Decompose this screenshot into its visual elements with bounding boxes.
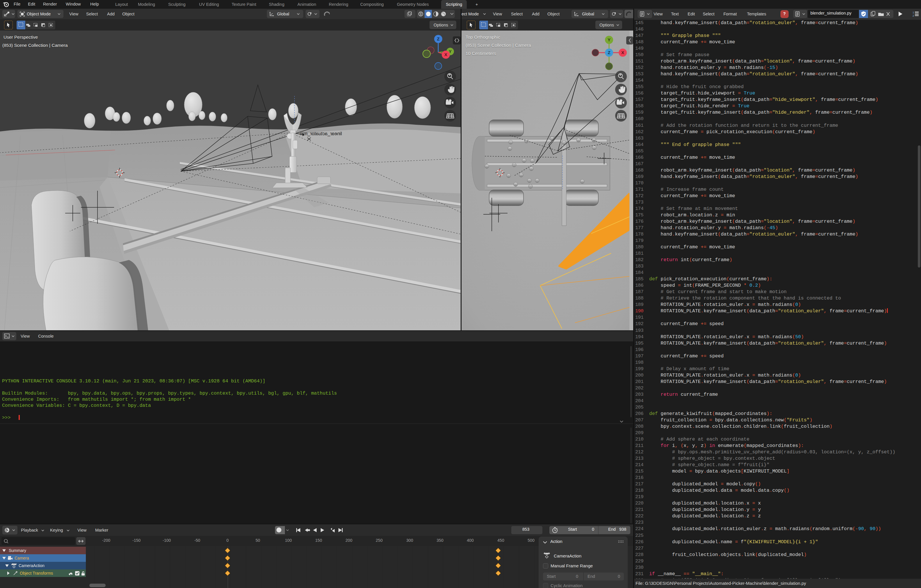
svg-text:X: X — [444, 52, 447, 57]
svg-text:X: X — [621, 50, 624, 55]
svg-text:Y: Y — [608, 37, 610, 42]
svg-text:linear_actuator_min: linear_actuator_min — [300, 131, 342, 136]
svg-text:1: 1 — [913, 11, 914, 14]
svg-text:Z: Z — [437, 36, 439, 41]
svg-text:2: 2 — [913, 14, 914, 17]
svg-text:Z: Z — [608, 50, 610, 55]
